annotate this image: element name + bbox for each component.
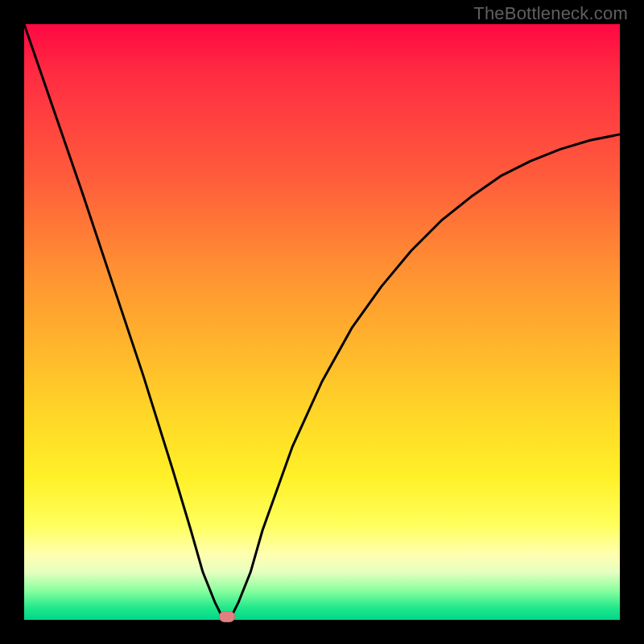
watermark-text: TheBottleneck.com: [473, 3, 628, 24]
minimum-marker: [219, 611, 235, 622]
plot-area: [24, 24, 620, 620]
curve-line: [24, 24, 620, 620]
chart-stage: TheBottleneck.com: [0, 0, 644, 644]
bottleneck-curve: [24, 24, 620, 620]
